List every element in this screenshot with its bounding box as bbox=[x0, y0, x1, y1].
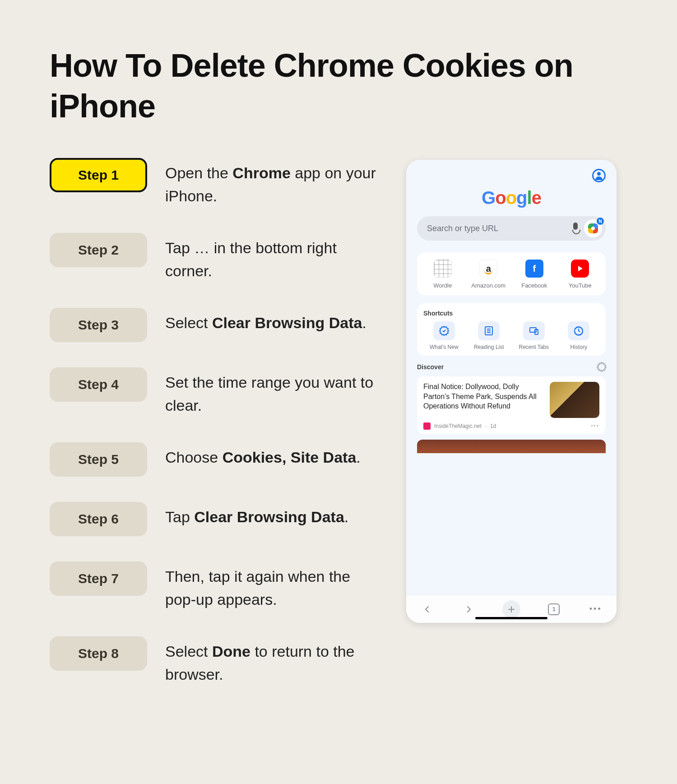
quick-link-facebook[interactable]: f Facebook bbox=[512, 260, 556, 289]
new-tab-button[interactable] bbox=[502, 600, 520, 618]
quick-links: Wordle a Amazon.com f Facebook YouTube bbox=[417, 252, 606, 295]
menu-button[interactable]: ••• bbox=[588, 601, 604, 617]
shortcut-whats-new[interactable]: What's New bbox=[423, 321, 465, 350]
history-icon bbox=[573, 325, 584, 336]
step-badge: Step 5 bbox=[50, 442, 147, 477]
step-badge: Step 3 bbox=[50, 308, 147, 342]
step-text: Open the Chrome app on your iPhone. bbox=[165, 158, 379, 208]
step-row: Step 4Set the time range you want to cle… bbox=[50, 367, 379, 417]
step-row: Step 8Select Done to return to the brows… bbox=[50, 636, 379, 686]
mic-icon[interactable] bbox=[571, 223, 580, 234]
article-thumbnail bbox=[550, 382, 599, 418]
next-article-preview bbox=[417, 440, 606, 453]
badge-icon bbox=[439, 325, 450, 336]
step-badge: Step 1 bbox=[50, 158, 147, 192]
step-badge: Step 2 bbox=[50, 233, 147, 267]
profile-icon[interactable] bbox=[592, 169, 606, 182]
step-row: Step 2Tap … in the bottom right corner. bbox=[50, 233, 379, 283]
lens-icon bbox=[588, 223, 598, 233]
steps-list: Step 1Open the Chrome app on your iPhone… bbox=[50, 158, 379, 686]
article-source: InsideTheMagic.net bbox=[434, 423, 482, 429]
shortcut-reading-list[interactable]: Reading List bbox=[468, 321, 510, 350]
discover-label: Discover bbox=[417, 363, 444, 371]
gear-icon[interactable] bbox=[598, 363, 606, 371]
shortcut-history[interactable]: History bbox=[558, 321, 600, 350]
step-text: Choose Cookies, Site Data. bbox=[165, 442, 361, 469]
step-badge: Step 4 bbox=[50, 367, 147, 402]
shortcut-recent-tabs[interactable]: Recent Tabs bbox=[513, 321, 555, 350]
step-row: Step 3Select Clear Browsing Data. bbox=[50, 308, 379, 342]
step-row: Step 7Then, tap it again when the pop-up… bbox=[50, 561, 379, 611]
step-text: Tap Clear Browsing Data. bbox=[165, 502, 348, 529]
search-input[interactable]: Search or type URL bbox=[417, 216, 606, 241]
phone-mock: Google Search or type URL Wordle a Amazo… bbox=[406, 160, 617, 623]
step-row: Step 5Choose Cookies, Site Data. bbox=[50, 442, 379, 477]
wordle-icon bbox=[434, 260, 452, 278]
step-text: Set the time range you want to clear. bbox=[165, 367, 379, 417]
step-row: Step 1Open the Chrome app on your iPhone… bbox=[50, 158, 379, 208]
step-badge: Step 7 bbox=[50, 561, 147, 596]
home-indicator bbox=[475, 617, 547, 619]
article-menu-icon[interactable]: ••• bbox=[591, 423, 599, 429]
step-text: Select Done to return to the browser. bbox=[165, 636, 379, 686]
search-placeholder: Search or type URL bbox=[427, 224, 567, 233]
amazon-icon: a bbox=[479, 260, 497, 278]
list-icon bbox=[483, 325, 494, 336]
back-button[interactable] bbox=[419, 601, 435, 617]
forward-button[interactable] bbox=[461, 601, 477, 617]
source-icon bbox=[423, 422, 431, 430]
page-title: How To Delete Chrome Cookies on iPhone bbox=[50, 45, 627, 126]
devices-icon bbox=[529, 325, 539, 336]
facebook-icon: f bbox=[525, 260, 543, 278]
article-headline: Final Notice: Dollywood, Dolly Parton's … bbox=[423, 382, 544, 418]
quick-link-wordle[interactable]: Wordle bbox=[421, 260, 465, 289]
shortcuts-card: Shortcuts What's New Reading List Recent… bbox=[417, 303, 606, 356]
article-card[interactable]: Final Notice: Dollywood, Dolly Parton's … bbox=[417, 376, 606, 434]
tabs-button[interactable]: 1 bbox=[546, 601, 562, 617]
youtube-icon bbox=[571, 260, 589, 278]
google-logo: Google bbox=[406, 188, 617, 208]
step-badge: Step 8 bbox=[50, 636, 147, 671]
article-age: 1d bbox=[490, 423, 496, 429]
step-text: Tap … in the bottom right corner. bbox=[165, 233, 379, 283]
quick-link-amazon[interactable]: a Amazon.com bbox=[467, 260, 511, 289]
step-badge: Step 6 bbox=[50, 502, 147, 536]
quick-link-youtube[interactable]: YouTube bbox=[558, 260, 603, 289]
step-text: Then, tap it again when the pop-up appea… bbox=[165, 561, 379, 611]
lens-button[interactable] bbox=[584, 219, 602, 237]
step-row: Step 6Tap Clear Browsing Data. bbox=[50, 502, 379, 536]
step-text: Select Clear Browsing Data. bbox=[165, 308, 366, 334]
shortcuts-title: Shortcuts bbox=[423, 310, 599, 317]
